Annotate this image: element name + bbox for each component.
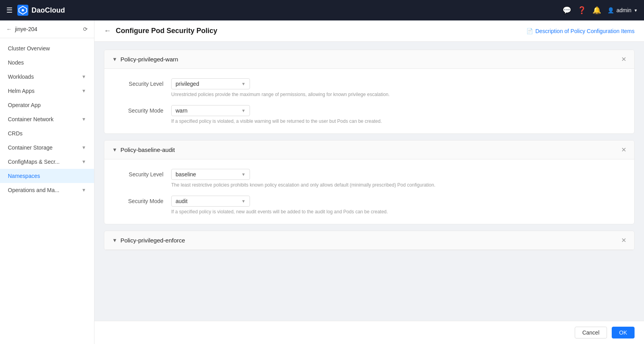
sidebar-item-workloads[interactable]: Workloads ▼ (0, 70, 94, 84)
policy-card-3-title: Policy-privileged-enforce (120, 237, 185, 244)
sidebar-item-label: Helm Apps (8, 88, 35, 94)
policy-2-security-level-select[interactable]: baseline ▼ (171, 169, 250, 180)
content-footer: Cancel OK (94, 321, 644, 344)
sidebar-nav: Cluster Overview Nodes Workloads ▼ Helm … (0, 38, 94, 200)
menu-icon[interactable]: ☰ (6, 6, 13, 15)
policy-card-2-title: Policy-baseline-audit (120, 146, 175, 153)
policy-1-security-mode-select[interactable]: warn ▼ (171, 105, 250, 116)
sidebar-item-label: Cluster Overview (8, 45, 50, 52)
policy-card-3: ▼ Policy-privileged-enforce ✕ (104, 231, 635, 250)
policy-card-2-header: ▼ Policy-baseline-audit ✕ (104, 141, 634, 159)
chat-icon[interactable]: 💬 (563, 6, 571, 15)
policy-2-security-level-value: baseline (176, 171, 196, 178)
topnav-right: 💬 ❓ 🔔 👤 admin ▼ (563, 6, 638, 15)
sidebar-item-label: CRDs (8, 130, 22, 137)
policy-1-security-mode-desc: If a specified policy is violated, a vis… (171, 118, 622, 124)
main-layout: ← jinye-204 ⟳ Cluster Overview Nodes Wor… (0, 20, 644, 344)
back-button[interactable]: ← (104, 27, 111, 35)
sidebar-item-namespaces[interactable]: Namespaces (0, 169, 94, 183)
page-title: Configure Pod Security Policy (116, 27, 217, 35)
policy-1-security-level-row: Security Level privileged ▼ Unrestricted… (116, 78, 622, 97)
sidebar-item-label: Workloads (8, 74, 34, 80)
user-chevron-icon: ▼ (634, 8, 638, 13)
policy-card-3-header: ▼ Policy-privileged-enforce ✕ (104, 231, 634, 250)
select-arrow-icon: ▼ (241, 199, 246, 203)
sidebar-cluster: ← jinye-204 (6, 26, 37, 32)
sidebar-item-nodes[interactable]: Nodes (0, 55, 94, 70)
sidebar-item-label: Operations and Ma... (8, 187, 59, 193)
policy-1-security-level-value: privileged (176, 81, 199, 87)
select-arrow-icon: ▼ (241, 108, 246, 113)
sidebar-item-operations[interactable]: Operations and Ma... ▼ (0, 183, 94, 197)
policy-card-2-body: Security Level baseline ▼ The least rest… (104, 159, 634, 224)
sidebar-item-label: ConfigMaps & Secr... (8, 159, 60, 165)
sidebar: ← jinye-204 ⟳ Cluster Overview Nodes Wor… (0, 20, 94, 344)
description-link-text: Description of Policy Configuration Item… (535, 28, 635, 34)
policy-1-security-mode-row: Security Mode warn ▼ If a specified poli… (116, 105, 622, 124)
sidebar-item-crds[interactable]: CRDs (0, 126, 94, 141)
policy-1-security-mode-content: warn ▼ If a specified policy is violated… (171, 105, 622, 124)
ok-button[interactable]: OK (612, 327, 635, 338)
sidebar-item-helm-apps[interactable]: Helm Apps ▼ (0, 84, 94, 98)
policy-2-security-level-label: Security Level (116, 169, 163, 178)
user-avatar-icon: 👤 (607, 7, 614, 13)
policy-1-security-level-label: Security Level (116, 78, 163, 87)
policy-2-security-mode-content: audit ▼ If a specified policy is violate… (171, 196, 622, 215)
content-body: ▼ Policy-privileged-warn ✕ Security Leve… (94, 42, 644, 321)
sidebar-item-container-storage[interactable]: Container Storage ▼ (0, 141, 94, 155)
policy-card-2: ▼ Policy-baseline-audit ✕ Security Level… (104, 140, 635, 224)
description-link[interactable]: 📄 Description of Policy Configuration It… (526, 28, 635, 34)
policy-1-security-level-select[interactable]: privileged ▼ (171, 78, 250, 89)
sidebar-item-label: Container Network (8, 116, 54, 122)
policy-card-1-body: Security Level privileged ▼ Unrestricted… (104, 69, 634, 133)
policy-2-security-mode-label: Security Mode (116, 196, 163, 204)
policy-card-2-collapse-icon[interactable]: ▼ (112, 147, 117, 153)
select-arrow-icon: ▼ (241, 172, 246, 177)
sidebar-item-cluster-overview[interactable]: Cluster Overview (0, 41, 94, 55)
user-menu[interactable]: 👤 admin ▼ (607, 7, 638, 13)
sidebar-cluster-name: jinye-204 (15, 26, 37, 32)
sidebar-back-icon[interactable]: ← (6, 26, 12, 32)
sidebar-item-container-network[interactable]: Container Network ▼ (0, 112, 94, 126)
policy-card-1-title-row: ▼ Policy-privileged-warn (112, 56, 178, 63)
sidebar-item-label: Namespaces (8, 173, 40, 179)
sidebar-item-label: Operator App (8, 102, 41, 108)
policy-card-1: ▼ Policy-privileged-warn ✕ Security Leve… (104, 50, 635, 134)
policy-card-2-title-row: ▼ Policy-baseline-audit (112, 146, 175, 153)
policy-2-security-mode-value: audit (176, 198, 187, 204)
chevron-down-icon: ▼ (81, 74, 86, 80)
sidebar-item-operator-app[interactable]: Operator App (0, 98, 94, 112)
policy-1-security-level-content: privileged ▼ Unrestricted policies provi… (171, 78, 622, 97)
svg-point-2 (22, 9, 24, 11)
bell-icon[interactable]: 🔔 (592, 6, 601, 15)
logo-text: DaoCloud (31, 6, 65, 15)
policy-card-3-close-button[interactable]: ✕ (621, 237, 626, 244)
policy-card-1-close-button[interactable]: ✕ (621, 55, 626, 63)
chevron-down-icon: ▼ (81, 159, 86, 165)
user-name: admin (616, 7, 631, 13)
policy-card-1-collapse-icon[interactable]: ▼ (112, 56, 117, 62)
chevron-down-icon: ▼ (81, 117, 86, 122)
policy-card-2-close-button[interactable]: ✕ (621, 146, 626, 154)
sidebar-item-configmaps[interactable]: ConfigMaps & Secr... ▼ (0, 155, 94, 169)
sidebar-refresh-icon[interactable]: ⟳ (83, 26, 88, 32)
cancel-button[interactable]: Cancel (575, 327, 607, 338)
select-arrow-icon: ▼ (241, 81, 246, 86)
help-icon[interactable]: ❓ (577, 6, 586, 15)
policy-2-security-mode-desc: If a specified policy is violated, new a… (171, 209, 622, 215)
sidebar-header: ← jinye-204 ⟳ (0, 20, 94, 38)
description-doc-icon: 📄 (526, 28, 533, 34)
policy-card-1-header: ▼ Policy-privileged-warn ✕ (104, 50, 634, 69)
policy-1-security-mode-label: Security Mode (116, 105, 163, 114)
policy-card-3-collapse-icon[interactable]: ▼ (112, 237, 117, 243)
sidebar-item-label: Container Storage (8, 144, 53, 151)
content-header: ← Configure Pod Security Policy 📄 Descri… (94, 20, 644, 42)
policy-2-security-mode-select[interactable]: audit ▼ (171, 196, 250, 207)
policy-card-1-title: Policy-privileged-warn (120, 56, 178, 63)
logo-icon (17, 5, 28, 16)
policy-2-security-level-row: Security Level baseline ▼ The least rest… (116, 169, 622, 188)
chevron-down-icon: ▼ (81, 145, 86, 150)
topnav: ☰ DaoCloud 💬 ❓ 🔔 👤 admin ▼ (0, 0, 644, 20)
chevron-down-icon: ▼ (81, 187, 86, 193)
policy-1-security-level-desc: Unrestricted policies provide the maximu… (171, 92, 622, 97)
